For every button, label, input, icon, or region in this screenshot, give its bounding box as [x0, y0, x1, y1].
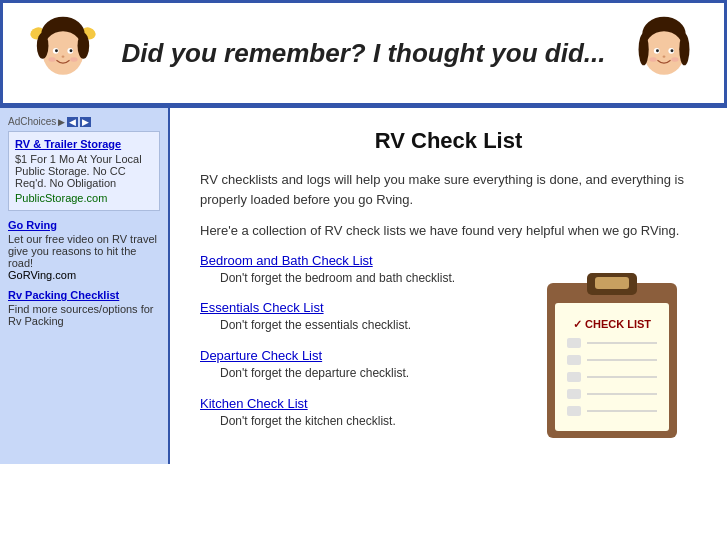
adchoices-bar: AdChoices ▶ ◀ ▶: [8, 116, 160, 127]
svg-point-4: [37, 33, 49, 59]
svg-point-5: [78, 33, 90, 59]
checklist-link-2[interactable]: Departure Check List: [200, 348, 322, 363]
svg-point-23: [671, 57, 678, 61]
checklist-item-2: Departure Check List Don't forget the de…: [200, 348, 511, 382]
girl-face-right: [624, 13, 704, 93]
checklist-desc-2: Don't forget the departure checklist.: [220, 365, 511, 382]
checklist-link-0[interactable]: Bedroom and Bath Check List: [200, 253, 373, 268]
svg-point-15: [639, 33, 649, 65]
ad-prev-button[interactable]: ◀: [67, 117, 78, 127]
svg-point-19: [656, 49, 659, 52]
clipboard-image: ✓ CHECK LIST: [537, 263, 687, 443]
ad-block-1: RV & Trailer Storage $1 For 1 Mo At Your…: [8, 131, 160, 211]
checklist-desc-3: Don't forget the kitchen checklist.: [220, 413, 511, 430]
checklist-desc-1: Don't forget the essentials checklist.: [220, 317, 511, 334]
svg-point-8: [55, 49, 58, 52]
checklist-item-0: Bedroom and Bath Check List Don't forget…: [200, 253, 511, 287]
ad-3-body: Find more sources/options for Rv Packing: [8, 303, 160, 327]
header-title: Did you remember? I thought you did...: [103, 38, 624, 69]
svg-point-11: [48, 57, 55, 61]
svg-point-10: [62, 56, 65, 58]
checklist-items-list: Bedroom and Bath Check List Don't forget…: [200, 253, 511, 444]
content-area: RV Check List RV checklists and logs wil…: [170, 108, 727, 464]
ad-next-button[interactable]: ▶: [80, 117, 91, 127]
sidebar-section-packing: Rv Packing Checklist Find more sources/o…: [8, 289, 160, 327]
svg-text:✓ CHECK LIST: ✓ CHECK LIST: [573, 318, 651, 330]
ad-1-body: $1 For 1 Mo At Your Local Public Storage…: [15, 153, 153, 189]
svg-point-22: [649, 57, 656, 61]
svg-point-14: [644, 31, 685, 75]
ad-1-url: PublicStorage.com: [15, 192, 153, 204]
checklist-link-1[interactable]: Essentials Check List: [200, 300, 324, 315]
main-layout: AdChoices ▶ ◀ ▶ RV & Trailer Storage $1 …: [0, 106, 727, 464]
page-title: RV Check List: [200, 128, 697, 154]
checklist-desc-0: Don't forget the bedroom and bath checkl…: [220, 270, 511, 287]
svg-rect-32: [567, 389, 581, 399]
clipboard-area: ✓ CHECK LIST: [527, 253, 697, 444]
svg-rect-31: [567, 372, 581, 382]
girl-face-left: [23, 13, 103, 93]
checklist-link-3[interactable]: Kitchen Check List: [200, 396, 308, 411]
ad-2-body: Let our free video on RV travel give you…: [8, 233, 160, 269]
svg-rect-27: [595, 277, 629, 289]
svg-point-16: [679, 33, 689, 65]
adchoices-icon: ▶: [58, 117, 65, 127]
header-faces-left: [23, 13, 103, 93]
svg-rect-33: [567, 406, 581, 416]
adchoices-label: AdChoices: [8, 116, 56, 127]
ad-1-title[interactable]: RV & Trailer Storage: [15, 138, 121, 150]
sidebar: AdChoices ▶ ◀ ▶ RV & Trailer Storage $1 …: [0, 108, 170, 464]
svg-point-3: [43, 31, 84, 75]
header: Did you remember? I thought you did...: [0, 0, 727, 106]
ad-2-title[interactable]: Go Rving: [8, 219, 160, 231]
checklist-item-1: Essentials Check List Don't forget the e…: [200, 300, 511, 334]
sidebar-section-gorving: Go Rving Let our free video on RV travel…: [8, 219, 160, 281]
ad-2-url: GoRVing.com: [8, 269, 160, 281]
intro-paragraph-2: Here'e a collection of RV check lists we…: [200, 221, 697, 241]
checklist-item-3: Kitchen Check List Don't forget the kitc…: [200, 396, 511, 430]
header-faces-right: [624, 13, 704, 93]
svg-rect-30: [567, 355, 581, 365]
svg-point-9: [70, 49, 73, 52]
svg-point-21: [663, 56, 666, 58]
svg-point-20: [671, 49, 674, 52]
checklist-section: Bedroom and Bath Check List Don't forget…: [200, 253, 697, 444]
intro-paragraph-1: RV checklists and logs will help you mak…: [200, 170, 697, 209]
svg-point-12: [70, 57, 77, 61]
svg-rect-29: [567, 338, 581, 348]
ad-3-title[interactable]: Rv Packing Checklist: [8, 289, 160, 301]
